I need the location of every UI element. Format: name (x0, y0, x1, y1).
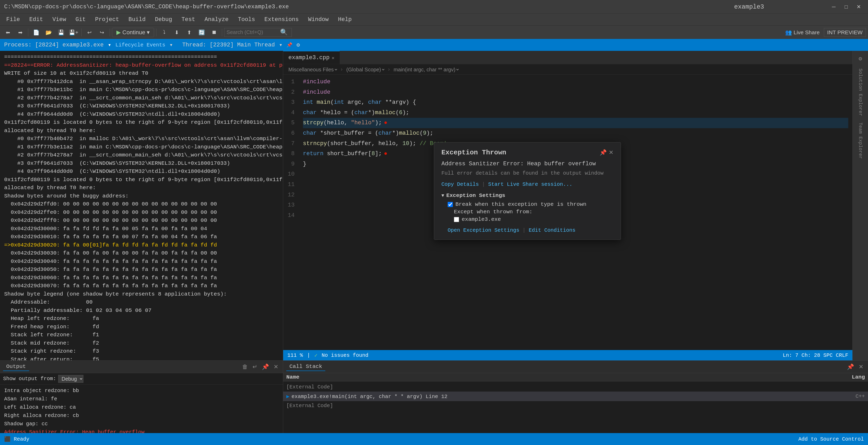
lifecycle-dropdown-arrow[interactable]: ▾ (169, 41, 173, 48)
terminal-line: #3 0x7ff9641d7033 (C:\WINDOWS\SYSTEM32\K… (4, 159, 279, 168)
toolbar-redo[interactable]: ↪ (96, 28, 107, 37)
menu-item-edit[interactable]: Edit (25, 15, 47, 24)
bottom-panels: Output 🗑 ↵ 📌 ✕ Show output from: Debug I… (0, 361, 868, 433)
line-number: 2 (283, 87, 294, 98)
menu-item-help[interactable]: Help (334, 15, 356, 24)
thread-settings-icon[interactable]: ⚙ (297, 41, 300, 48)
toolbar-new-file[interactable]: 📄 (30, 28, 42, 37)
terminal-line: #0 0x7ff77b412dca in __asan_wrap_strncpy… (4, 77, 279, 86)
menu-item-project[interactable]: Project (91, 15, 123, 24)
thread-dropdown-arrow[interactable]: ▾ (279, 41, 282, 48)
close-button[interactable]: ✕ (854, 3, 864, 11)
menu-item-window[interactable]: Window (304, 15, 333, 24)
callstack-lang-col: Lang (844, 374, 865, 380)
callstack-columns: Name Lang (283, 373, 868, 381)
debug-restart[interactable]: 🔄 (196, 28, 207, 37)
menu-items: FileEditViewGitProjectBuildDebugTestAnal… (2, 15, 356, 24)
maximize-button[interactable]: □ (841, 3, 851, 11)
terminal-line: allocated by thread T0 here: (4, 184, 279, 192)
menu-item-test[interactable]: Test (178, 15, 199, 24)
start-live-share-link[interactable]: Start Live Share session... (488, 181, 572, 187)
callstack-header: Call Stack 📌 ✕ (283, 361, 868, 373)
menu-item-extensions[interactable]: Extensions (260, 15, 303, 24)
sidebar-icon-explorer[interactable]: Solution Explorer (857, 66, 864, 118)
breadcrumb: Miscellaneous Files › (Global Scope) › m… (283, 64, 852, 75)
output-source-select[interactable]: Debug (58, 375, 83, 383)
toolbar-back[interactable]: ⬅ (2, 28, 13, 37)
global-scope-select[interactable]: (Global Scope) (345, 66, 385, 73)
tab-close-button[interactable]: ✕ (332, 55, 334, 61)
status-icon: ⬛ (4, 436, 11, 442)
callstack-panel-controls: 📌 ✕ (845, 363, 865, 371)
callstack-row[interactable]: [External Code] (283, 382, 868, 391)
menu-item-build[interactable]: Build (124, 15, 150, 24)
output-line: Left alloca redzone: ca (4, 403, 279, 412)
copy-details-link[interactable]: Copy Details (441, 181, 479, 187)
toolbar-open[interactable]: 📂 (43, 28, 54, 37)
menu-item-analyze[interactable]: Analyze (200, 15, 232, 24)
debug-stop[interactable]: ⏹ (208, 28, 220, 37)
tab-label: example3.cpp (288, 55, 330, 61)
terminal-line: 0x11f2cfd80119 is located 0 bytes to the… (4, 118, 279, 127)
exception-pin-button[interactable]: 📌 (600, 149, 607, 156)
continue-button[interactable]: ▶ Continue ▾ (112, 28, 154, 37)
output-clear-button[interactable]: 🗑 (241, 363, 249, 371)
break-when-thrown-checkbox[interactable] (447, 202, 453, 207)
edit-conditions-link[interactable]: Edit Conditions (529, 227, 576, 233)
exception-close-button[interactable]: ✕ (609, 149, 613, 156)
output-pin-button[interactable]: 📌 (260, 363, 271, 371)
code-editor: 1234567891011121314 #include #include in… (283, 75, 852, 350)
callstack-row[interactable]: [External Code] (283, 401, 868, 410)
thread-label: Thread: [22392] Main Thread (182, 42, 275, 48)
terminal-line: Stack after return: f5 (4, 355, 279, 361)
output-close-button[interactable]: ✕ (272, 363, 280, 371)
toolbar-save-all[interactable]: 💾+ (68, 28, 79, 37)
sidebar-icon-properties[interactable]: ⚙ (855, 53, 866, 64)
menu-item-tools[interactable]: Tools (234, 15, 259, 24)
search-input[interactable] (226, 29, 279, 35)
line-number: 9 (283, 159, 294, 169)
toolbar-forward[interactable]: ➡ (14, 28, 26, 37)
terminal-line: Addressable: 00 (4, 298, 279, 306)
right-sidebar: ⚙ Solution Explorer Team Explorer (852, 51, 868, 361)
callstack-tab[interactable]: Call Stack (286, 363, 325, 371)
continue-dropdown-arrow[interactable]: ▾ (147, 29, 150, 36)
editor-tab-example3[interactable]: example3.cpp ✕ (283, 51, 340, 64)
open-exception-settings-link[interactable]: Open Exception Settings (447, 227, 519, 233)
terminal-line: 0x11f2cfd80119 is located 0 bytes to the… (4, 176, 279, 184)
thread-pin-icon: 📌 (286, 42, 292, 48)
callstack-pin-button[interactable]: 📌 (845, 363, 856, 371)
sidebar-icon-team[interactable]: Team Explorer (857, 121, 864, 161)
line-number: 12 (283, 190, 294, 200)
main-func-select[interactable]: main(int argc, char ** argv) (393, 66, 460, 73)
editor-position: Ln: 7 Ch: 28 SPC CRLF (783, 352, 848, 358)
callstack-row[interactable]: ▶example3.exe!main(int argc, char * * ar… (283, 391, 868, 401)
live-share-button[interactable]: 👥 Live Share (782, 28, 823, 37)
toolbar-undo[interactable]: ↩ (84, 28, 95, 37)
menu-item-git[interactable]: Git (71, 15, 90, 24)
terminal-line: ========================================… (4, 53, 279, 61)
toolbar-save[interactable]: 💾 (55, 28, 67, 37)
int-preview-button[interactable]: INT PREVIEW (824, 28, 866, 37)
output-tab[interactable]: Output (3, 363, 29, 371)
terminal-line: allocated by thread T0 here: (4, 127, 279, 135)
callstack-close-button[interactable]: ✕ (857, 363, 865, 371)
output-wrap-button[interactable]: ↵ (251, 363, 259, 371)
misc-files-select[interactable]: Miscellaneous Files (287, 66, 338, 73)
expand-triangle-icon[interactable]: ▼ (441, 193, 444, 198)
menu-item-debug[interactable]: Debug (151, 15, 176, 24)
debug-step-out[interactable]: ⬆ (183, 28, 195, 37)
debug-process-dropdown-arrow[interactable]: ▾ (108, 41, 111, 48)
line-number: 6 (283, 128, 294, 139)
terminal-line: #4 0x7ff9644dd0d0 (C:\WINDOWS\SYSTEM32\n… (4, 110, 279, 118)
debug-step-over[interactable]: ⤵ (158, 28, 170, 37)
add-to-source-control[interactable]: Add to Source Control (798, 436, 864, 442)
minimize-button[interactable]: ─ (829, 3, 839, 11)
menu-item-file[interactable]: File (2, 15, 24, 24)
example3-exe-checkbox[interactable] (454, 217, 459, 222)
output-line: Address Sanitizer Error: Heap buffer ove… (4, 428, 279, 433)
output-line: Shadow gap: cc (4, 420, 279, 428)
debug-process: Process: [28224] example3.exe (4, 42, 104, 48)
menu-item-view[interactable]: View (48, 15, 70, 24)
debug-step-into[interactable]: ⬇ (171, 28, 182, 37)
